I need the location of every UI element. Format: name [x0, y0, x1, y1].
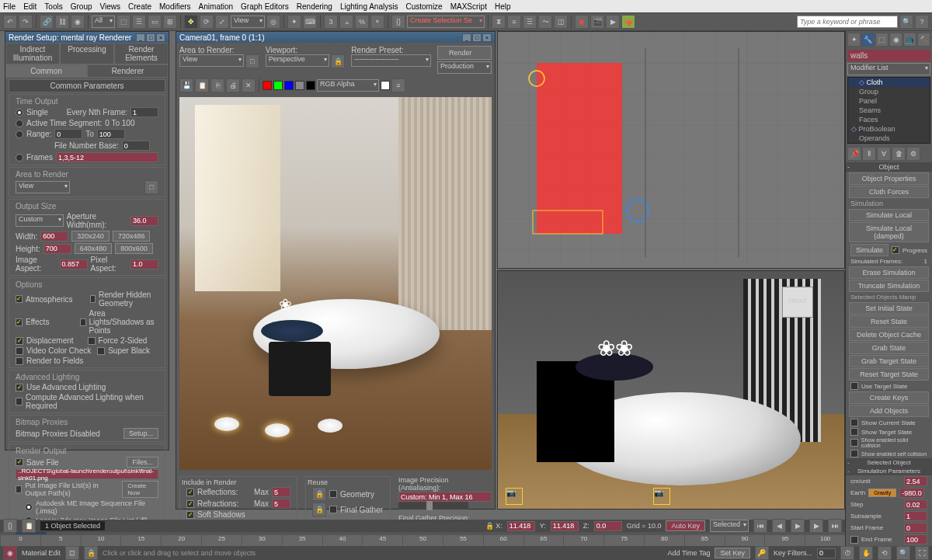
copy-img-icon[interactable]: 📋 — [195, 78, 209, 92]
curve-editor-icon[interactable]: 〜 — [538, 15, 552, 29]
simulate-button[interactable]: Simulate — [850, 244, 889, 256]
keyfilters-label[interactable]: Key Filters... — [774, 549, 812, 557]
preset-640-button[interactable]: 640x480 — [75, 243, 113, 254]
toggle-ui-icon[interactable]: ≡ — [391, 78, 405, 92]
timeconfig-icon[interactable]: ⏱ — [840, 546, 854, 560]
make-unique-icon[interactable]: ∀ — [877, 147, 891, 161]
check-self[interactable] — [850, 450, 858, 457]
green-swatch[interactable] — [273, 81, 283, 90]
check-atmos[interactable]: ✓ — [16, 295, 23, 303]
listener-icon[interactable]: 📋 — [22, 519, 36, 533]
menu-animation[interactable]: Animation — [199, 2, 233, 11]
z-spinner[interactable]: 0.0 — [594, 521, 622, 531]
check-fg2[interactable] — [329, 506, 337, 513]
menu-edit[interactable]: Edit — [23, 2, 37, 11]
erase-sim-button[interactable]: Erase Simulation — [849, 266, 929, 279]
check-useadv[interactable]: ✓ — [16, 384, 23, 391]
check-super[interactable] — [97, 347, 105, 355]
render-setup-title[interactable]: Render Setup: mental ray Renderer _ □ × — [5, 32, 169, 43]
render-frame-icon[interactable]: ▶ — [606, 15, 620, 29]
percent-snap-icon[interactable]: % — [355, 15, 369, 29]
obj-props-button[interactable]: Object Properties — [849, 172, 929, 185]
save-img-icon[interactable]: 💾 — [179, 78, 193, 92]
check-disp[interactable]: ✓ — [16, 337, 23, 345]
viewport-perspective[interactable]: Line69 ❀❀ FRONT 📷 📷 — [497, 270, 845, 510]
script-icon[interactable]: {} — [3, 519, 17, 533]
key-icon[interactable]: 🔑 — [755, 546, 769, 560]
autokey-button[interactable]: Auto Key — [666, 520, 705, 531]
every-nth-spinner[interactable]: 1 — [130, 107, 158, 117]
cmunit-spinner[interactable]: 2.54 — [904, 476, 927, 486]
common-params-header[interactable]: Common Parameters — [9, 79, 165, 92]
select-name-icon[interactable]: ☰ — [132, 15, 146, 29]
menu-help[interactable]: Help — [495, 2, 511, 11]
select-icon[interactable]: ⬚ — [116, 15, 130, 29]
print-icon[interactable]: 🖨 — [226, 78, 240, 92]
gravity-spinner[interactable]: -980.0 — [899, 488, 924, 498]
menu-file[interactable]: File — [3, 2, 16, 11]
undo-icon[interactable]: ↶ — [3, 15, 17, 29]
check-arealights[interactable] — [80, 318, 85, 326]
spinner-snap-icon[interactable]: ⚬ — [370, 15, 384, 29]
cloth-faces[interactable]: Faces — [848, 115, 930, 124]
create-tab-icon[interactable]: ✦ — [847, 33, 861, 47]
check-geo[interactable] — [329, 490, 337, 498]
viewcube[interactable]: FRONT — [782, 287, 813, 318]
setup-button[interactable]: Setup... — [123, 428, 158, 439]
set-initial-button[interactable]: Set Initial State — [849, 302, 929, 315]
hierarchy-tab-icon[interactable]: ⬚ — [875, 33, 889, 47]
nav-orbit-icon[interactable]: ⟲ — [878, 546, 892, 560]
sim-local-d-button[interactable]: Simulate Local (damped) — [849, 222, 929, 242]
configure-icon[interactable]: ⚙ — [906, 147, 920, 161]
play-icon[interactable]: ▶ — [791, 519, 805, 533]
motion-tab-icon[interactable]: ◉ — [889, 33, 902, 47]
red-swatch[interactable] — [263, 81, 272, 90]
renderpreset-dropdown[interactable]: ------------------- — [351, 54, 431, 67]
preset-320-button[interactable]: 320x240 — [71, 231, 110, 242]
height-spinner[interactable]: 700 — [43, 244, 71, 254]
move-icon[interactable]: ✥ — [184, 15, 198, 29]
menu-graph[interactable]: Graph Editors — [241, 2, 289, 11]
render-setup-icon[interactable]: 🎬 — [590, 15, 604, 29]
pivot-icon[interactable]: ◎ — [266, 15, 280, 29]
check-force2[interactable] — [88, 337, 96, 345]
isolate-icon[interactable]: ⊡ — [65, 546, 79, 560]
remove-mod-icon[interactable]: 🗑 — [892, 147, 906, 161]
aperture-spinner[interactable]: 36.0 — [130, 216, 158, 226]
tab-indirect[interactable]: Indirect Illumination — [5, 43, 60, 64]
check-putimage[interactable] — [16, 485, 22, 493]
check-show-target[interactable] — [850, 428, 858, 436]
radio-single[interactable] — [16, 109, 23, 117]
nav-pan-icon[interactable]: ✋ — [859, 546, 873, 560]
imgprec-val[interactable]: Custom: Min 1, Max 16 — [398, 492, 492, 502]
reset-target-button[interactable]: Reset Target State — [849, 368, 929, 381]
clone-icon[interactable]: ⎘ — [210, 78, 224, 92]
cloth-forces-button[interactable]: Cloth Forces — [849, 186, 929, 198]
area-btn-icon[interactable]: □ — [245, 54, 259, 68]
menu-views[interactable]: Views — [100, 2, 121, 11]
menu-customize[interactable]: Customize — [405, 2, 442, 11]
check-progress[interactable]: ✓ — [892, 246, 899, 254]
menu-create[interactable]: Create — [128, 2, 151, 11]
cloth-panel[interactable]: Panel — [848, 96, 930, 106]
step-spinner[interactable]: 0.02 — [904, 499, 927, 510]
check-refr[interactable]: ✓ — [186, 500, 194, 508]
named-sets-icon[interactable]: {} — [391, 15, 405, 29]
layers-icon[interactable]: ☰ — [523, 15, 537, 29]
utilities-tab-icon[interactable]: 🔨 — [917, 33, 930, 47]
search-go-icon[interactable]: 🔍 — [899, 15, 913, 29]
files-button[interactable]: Files... — [127, 457, 158, 468]
cloth-group[interactable]: Group — [848, 87, 930, 96]
proboolean-operands[interactable]: Operands — [848, 134, 930, 143]
play-next-icon[interactable]: ▶ — [809, 519, 823, 533]
region-icon[interactable]: □ — [144, 180, 158, 194]
selection-set-dropdown[interactable]: Create Selection Se — [407, 16, 485, 28]
bg-swatch[interactable] — [381, 81, 390, 90]
maximize-icon[interactable]: □ — [146, 33, 155, 42]
quick-render-icon[interactable]: 🫖 — [621, 15, 635, 29]
check-solid[interactable] — [850, 439, 858, 447]
play-end-icon[interactable]: ⏭ — [828, 519, 842, 533]
check-usetarget[interactable] — [850, 382, 858, 390]
refl-max-spinner[interactable]: 5 — [272, 487, 290, 497]
camera-title[interactable]: Camera01, frame 0 (1:1) _ □ × — [176, 32, 495, 43]
